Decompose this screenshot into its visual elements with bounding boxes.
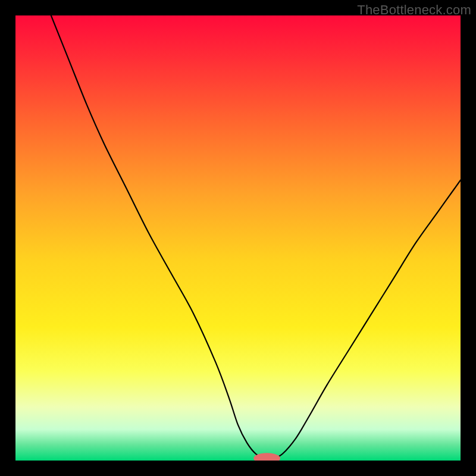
gradient-background	[15, 15, 461, 461]
chart-frame: TheBottleneck.com	[0, 0, 476, 476]
watermark-text: TheBottleneck.com	[357, 2, 471, 18]
plot-area	[15, 15, 461, 461]
